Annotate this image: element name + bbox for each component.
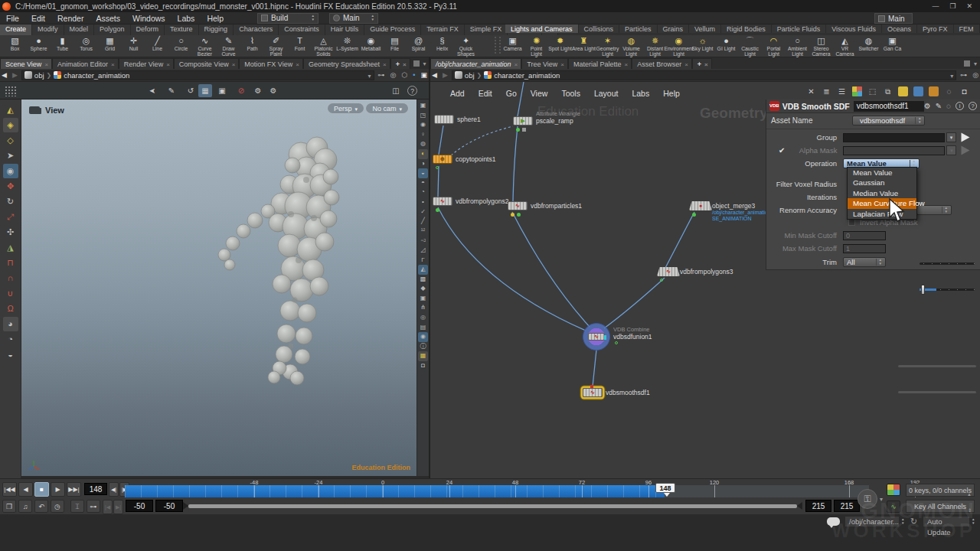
secure-selection-icon[interactable]: ◉ [3,164,18,178]
pin-icon[interactable]: ⊶ [377,71,387,79]
group-display-icon[interactable]: ▣ [418,294,428,304]
key-options-chevron-icon[interactable]: ▾ [880,496,883,503]
portal-light-tool[interactable]: ◠ Portal Light [762,36,786,57]
grid-color-icon[interactable]: ▦ [418,351,428,361]
gear-badge1-icon[interactable]: ⚙ [251,84,265,97]
node-sphere1[interactable]: sphere1 [434,115,454,124]
context-path-field[interactable]: /obj/character... [844,516,900,527]
assets[interactable]: Assets [90,14,126,23]
wrench-icon[interactable]: ✕ [806,86,816,96]
snapshot-view-icon[interactable]: ▦ [198,84,212,97]
rotate-tool-icon[interactable]: ↻ [3,194,18,209]
playback-end-field[interactable]: 215 [805,500,831,512]
scale-tool-icon[interactable]: ⤢ [3,210,18,224]
axis-display-icon[interactable]: ⋔ [418,303,428,313]
node-vdbsdfunion1[interactable]: ∿ VDB Combine vdbsdfunion1 [583,323,610,350]
play-button[interactable]: ▶ [51,482,65,497]
camera-selector[interactable]: No cam [365,103,409,114]
shade-mode-icon[interactable]: ◍ [418,139,428,149]
snap-prim-magnet-icon[interactable]: ∩ [3,271,18,285]
tube-tool[interactable]: ▮ Tube [51,36,74,51]
help-icon[interactable]: ? [969,102,977,110]
modify[interactable]: Modify [32,24,64,35]
pane-menu-chevron-icon[interactable] [974,59,977,67]
tab-close-icon[interactable] [560,60,564,68]
wire-shaded-icon[interactable]: ◔ [418,187,428,197]
normal-display-icon[interactable]: ╱ [418,217,428,227]
select-tool-icon[interactable]: ➤ [3,148,18,163]
playhead-flag[interactable]: 148 [655,483,675,493]
magnifier-icon[interactable]: ◌ [946,102,951,110]
handle-pen-icon[interactable]: ✎ [165,84,178,97]
move-tool-icon[interactable]: ✥ [3,179,18,194]
back-arrow-icon[interactable]: ◀ [430,71,439,79]
-obj-character-animation[interactable]: /obj/character_animation [430,58,521,69]
info-circle-icon[interactable]: ⓘ [418,342,428,352]
view-tool-icon[interactable]: ◕ [3,317,18,331]
corner-axis-icon[interactable]: Γ [418,256,428,266]
fem[interactable]: FEM [954,24,980,33]
select-groups-icon[interactable]: ◈ [3,118,18,132]
node-copytopoints1[interactable]: ⊕ copytopoints1 [433,155,452,164]
asset-name-selector[interactable]: vdbsmoothsdf [852,116,925,126]
add[interactable]: Add [444,89,471,98]
camera-tool[interactable]: ▣ Camera [501,36,524,51]
l-system-tool[interactable]: ❊ L-System [335,36,359,51]
stereo-camera-tool[interactable]: ◫ Stereo Camera [809,36,833,57]
diamond-icon[interactable]: ◆ [418,284,428,294]
snapshot-cube-icon[interactable]: ⬡ [400,71,409,79]
keys-status[interactable]: 0 keys, 0/0 channels▲ [906,484,975,497]
copy-frame-icon[interactable]: ❐ [2,500,16,513]
radial-menu-icon[interactable]: ◎ [389,71,398,79]
oceans[interactable]: Oceans [882,24,917,33]
spiral-tool[interactable]: @ Spiral [407,36,430,51]
file-tool[interactable]: ▤ File [383,36,407,51]
switcher-tool[interactable]: ◍ Switcher [857,36,880,51]
persp-view-selector[interactable]: Persp [327,103,364,114]
tab-close-icon[interactable] [44,60,48,68]
gaussian[interactable]: Gaussian [848,178,916,187]
point-display-icon[interactable]: • [418,197,428,207]
dotted-box-icon[interactable]: ⬚ [867,86,877,96]
characters[interactable]: Characters [234,24,279,35]
stop-button[interactable]: ■ [34,482,49,497]
animation-curve-icon[interactable]: ∿ [887,500,900,513]
polygon[interactable]: Polygon [94,24,131,35]
help-icon[interactable]: ? [407,86,417,96]
asset-browser[interactable]: Asset Browser [632,58,692,69]
node-vdbfrompolygons2[interactable]: ∿ vdbfrompolygons2 [433,197,452,206]
render-flag[interactable] [590,385,593,388]
flat-shaded-icon[interactable]: ◓ [418,178,428,188]
composite-view[interactable]: Composite View [174,58,240,69]
line-tool[interactable]: ╱ Line [145,36,169,51]
scene-viewport[interactable]: View Persp No cam Education Edition [21,99,416,476]
global-start-field[interactable]: -50 [126,500,153,512]
range-left-handle[interactable] [183,502,188,510]
tab-close-icon[interactable] [624,60,628,68]
path-dropdown-icon[interactable] [950,71,953,80]
lock-camera-icon[interactable]: ◉ [418,120,428,130]
animation-editor[interactable]: Animation Editor [52,58,119,69]
frame-box-icon[interactable]: ▣ [215,84,229,97]
beaker-icon[interactable]: ≣ [822,86,831,96]
orbit-arrow-icon[interactable]: ↺ [184,84,198,97]
range-start-button[interactable]: |◀ [103,500,113,514]
mean-value[interactable]: Mean Value [848,168,916,178]
flipbook-icon[interactable]: ↶ [34,500,48,513]
curve-bezier-tool[interactable]: ∿ Curve Bezier [193,36,217,57]
model[interactable]: Model [64,24,95,35]
helix-tool[interactable]: § Helix [430,36,454,51]
tab-close-icon[interactable] [111,60,115,68]
environment-light-tool[interactable]: ◉ Environment Light [667,36,691,57]
font-tool[interactable]: T Font [288,36,312,51]
shelf-divider-handle[interactable] [495,37,501,54]
realtime-icon[interactable]: ◷ [51,500,64,513]
channel-colors-icon[interactable] [887,484,900,496]
draw-curve-tool[interactable]: ✎ Draw Curve [217,36,240,57]
snap-grid-magnet-icon[interactable]: ⊓ [3,256,18,270]
snapshot-icon[interactable]: ◉ [418,332,428,342]
distant-light-tool[interactable]: ✵ Distant Light [643,36,667,57]
lights-and-cameras[interactable]: Lights and Cameras [505,24,579,33]
maximize-pane-icon[interactable]: ▣ [419,71,429,79]
tools[interactable]: Tools [555,89,586,98]
